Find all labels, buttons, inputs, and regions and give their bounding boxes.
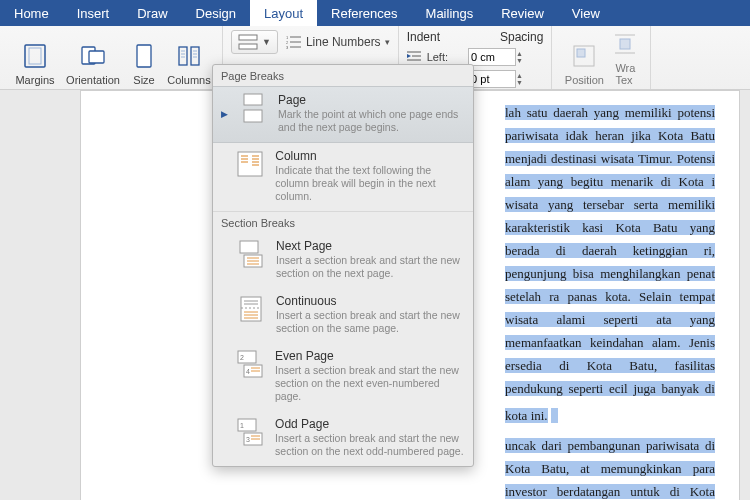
item-desc: Indicate that the text following the col… xyxy=(275,164,465,203)
svg-rect-36 xyxy=(244,110,262,122)
svg-text:4: 4 xyxy=(246,368,250,375)
svg-rect-1 xyxy=(29,48,41,64)
svg-rect-14 xyxy=(239,44,257,49)
svg-rect-31 xyxy=(577,49,585,57)
tab-draw[interactable]: Draw xyxy=(123,0,181,26)
wrap-text-icon xyxy=(611,30,639,58)
svg-text:2: 2 xyxy=(240,354,244,361)
item-title: Odd Page xyxy=(275,417,465,431)
chevron-down-icon: ▾ xyxy=(385,37,390,47)
tab-layout[interactable]: Layout xyxy=(250,0,317,26)
svg-rect-3 xyxy=(89,51,104,63)
columns-button[interactable]: Columns xyxy=(164,30,214,86)
svg-rect-6 xyxy=(191,47,199,65)
page-breaks-header: Page Breaks xyxy=(213,65,473,86)
orientation-button[interactable]: Orientation xyxy=(62,30,124,86)
line-numbers-label: Line Numbers xyxy=(306,35,381,49)
tab-home[interactable]: Home xyxy=(0,0,63,26)
indent-left-icon xyxy=(407,50,421,64)
selected-text-p1: lah satu daerah yang memiliki potensi pa… xyxy=(505,105,715,423)
item-desc: Mark the point at which one page ends an… xyxy=(278,108,465,134)
columns-icon xyxy=(175,42,203,70)
text-gap xyxy=(558,400,678,434)
break-continuous[interactable]: Continuous Insert a section break and st… xyxy=(213,288,473,343)
indent-left-spinner[interactable]: ▲▼ xyxy=(516,50,523,64)
spacing-before-spinner[interactable]: ▲▼ xyxy=(516,72,523,86)
tab-view[interactable]: View xyxy=(558,0,614,26)
spacing-before-input[interactable] xyxy=(468,70,516,88)
position-button[interactable]: Position xyxy=(560,30,608,86)
svg-rect-4 xyxy=(137,45,151,67)
odd-page-break-icon: 13 xyxy=(235,417,265,447)
size-label: Size xyxy=(133,74,154,86)
next-page-break-icon xyxy=(236,239,266,269)
tab-design[interactable]: Design xyxy=(182,0,250,26)
tab-review[interactable]: Review xyxy=(487,0,558,26)
svg-text:3: 3 xyxy=(286,45,289,49)
breaks-icon xyxy=(238,34,258,50)
breaks-button[interactable]: ▼ xyxy=(231,30,278,54)
tab-references[interactable]: References xyxy=(317,0,411,26)
indent-left-input[interactable] xyxy=(468,48,516,66)
ribbon-tabs: Home Insert Draw Design Layout Reference… xyxy=(0,0,750,26)
columns-label: Columns xyxy=(167,74,210,86)
left-label: Left: xyxy=(427,51,462,63)
item-desc: Insert a section break and start the new… xyxy=(276,309,465,335)
item-desc: Insert a section break and start the new… xyxy=(276,254,465,280)
position-icon xyxy=(570,42,598,70)
even-page-break-icon: 24 xyxy=(235,349,265,379)
break-page[interactable]: ▶ Page Mark the point at which one page … xyxy=(213,86,473,143)
tab-mailings[interactable]: Mailings xyxy=(412,0,488,26)
continuous-break-icon xyxy=(236,294,266,324)
selected-text-p2: uncak dari pembangunan pariwisata di Kot… xyxy=(505,438,715,500)
size-icon xyxy=(130,42,158,70)
position-label: Position xyxy=(565,74,604,86)
svg-rect-35 xyxy=(244,94,262,105)
break-next-page[interactable]: Next Page Insert a section break and sta… xyxy=(213,233,473,288)
line-numbers-button[interactable]: 123 Line Numbers ▾ xyxy=(286,35,390,49)
svg-rect-13 xyxy=(239,35,257,40)
orientation-label: Orientation xyxy=(66,74,120,86)
orientation-icon xyxy=(79,42,107,70)
breaks-dropdown: Page Breaks ▶ Page Mark the point at whi… xyxy=(212,64,474,467)
item-title: Page xyxy=(278,93,465,107)
margins-button[interactable]: Margins xyxy=(8,30,62,86)
break-column[interactable]: Column Indicate that the text following … xyxy=(213,143,473,211)
svg-rect-5 xyxy=(179,47,187,65)
tab-insert[interactable]: Insert xyxy=(63,0,124,26)
chevron-down-icon: ▼ xyxy=(262,37,271,47)
margins-icon xyxy=(21,42,49,70)
spacing-heading: Spacing xyxy=(500,30,543,44)
svg-rect-45 xyxy=(240,241,258,253)
item-title: Even Page xyxy=(275,349,465,363)
svg-text:1: 1 xyxy=(240,422,244,429)
size-button[interactable]: Size xyxy=(124,30,164,86)
item-title: Column xyxy=(275,149,465,163)
line-numbers-icon: 123 xyxy=(286,35,302,49)
margins-label: Margins xyxy=(15,74,54,86)
item-desc: Insert a section break and start the new… xyxy=(275,432,465,458)
item-title: Next Page xyxy=(276,239,465,253)
section-breaks-header: Section Breaks xyxy=(213,211,473,233)
wrap-text-button[interactable]: Wra Tex xyxy=(608,30,642,86)
svg-rect-32 xyxy=(620,39,630,49)
column-break-icon xyxy=(235,149,265,179)
indent-heading: Indent xyxy=(407,30,440,44)
item-title: Continuous xyxy=(276,294,465,308)
break-even-page[interactable]: 24 Even Page Insert a section break and … xyxy=(213,343,473,411)
item-desc: Insert a section break and start the new… xyxy=(275,364,465,403)
svg-text:3: 3 xyxy=(246,436,250,443)
wrap-text-label: Wra Tex xyxy=(615,62,635,86)
break-odd-page[interactable]: 13 Odd Page Insert a section break and s… xyxy=(213,411,473,466)
selected-indicator-icon: ▶ xyxy=(221,109,228,119)
page-break-icon xyxy=(238,93,268,123)
